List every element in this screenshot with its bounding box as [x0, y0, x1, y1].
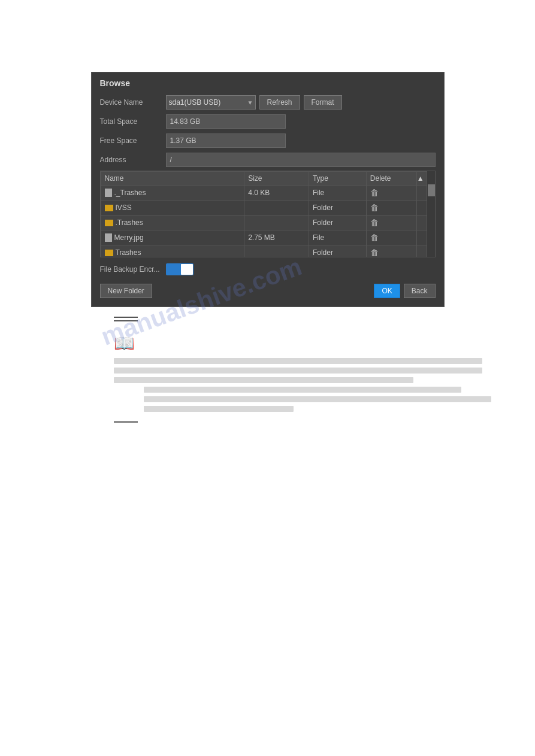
file-delete-cell[interactable]: 🗑	[366, 215, 416, 230]
toggle-thumb	[181, 264, 193, 275]
total-space-row: Total Space 14.83 GB	[100, 114, 436, 129]
file-type-cell: File	[309, 186, 366, 201]
deco-lines-top	[114, 317, 138, 321]
folder-icon	[105, 204, 116, 212]
file-delete-cell[interactable]: 🗑	[366, 201, 416, 215]
table-row[interactable]: ._Trashes4.0 KBFile🗑	[101, 186, 434, 201]
file-table-wrapper: Name Size Type Delete ▲ ._Trashes4.0 KBF…	[100, 171, 436, 257]
device-select-group: sda1(USB USB) ▼ Refresh Format	[166, 95, 342, 110]
deco-line-bottom	[114, 421, 138, 423]
file-size-cell	[244, 245, 309, 258]
file-icon	[105, 233, 114, 242]
col-delete-header: Delete	[366, 172, 416, 186]
table-row[interactable]: Merry.jpg2.75 MBFile🗑	[101, 230, 434, 245]
text-lines-section	[114, 358, 523, 383]
device-select-wrapper: sda1(USB USB) ▼	[166, 95, 256, 110]
book-section: 📖	[114, 333, 523, 353]
text-line-3	[114, 377, 413, 383]
dialog-title: Browse	[100, 78, 436, 88]
col-type-header: Type	[309, 172, 366, 186]
free-space-row: Free Space 1.37 GB	[100, 133, 436, 148]
text-line-1	[114, 358, 482, 364]
file-size-cell	[244, 201, 309, 215]
delete-icon[interactable]: 🗑	[370, 203, 379, 212]
encrypt-label: File Backup Encr...	[100, 265, 166, 274]
file-type-cell: Folder	[309, 215, 366, 230]
file-type-cell: Folder	[309, 201, 366, 215]
format-button[interactable]: Format	[304, 95, 342, 110]
folder-icon	[105, 248, 116, 257]
col-size-header: Size	[244, 172, 309, 186]
address-row: Address /	[100, 153, 436, 167]
delete-icon[interactable]: 🗑	[370, 233, 379, 242]
deco-line-2	[114, 320, 138, 321]
file-name-cell: IVSS	[101, 201, 244, 215]
delete-icon[interactable]: 🗑	[370, 188, 379, 198]
file-table: Name Size Type Delete ▲ ._Trashes4.0 KBF…	[101, 171, 435, 257]
delete-icon[interactable]: 🗑	[370, 218, 379, 227]
free-space-value: 1.37 GB	[166, 133, 286, 148]
file-name-cell: ._Trashes	[101, 186, 244, 201]
file-icon	[105, 189, 114, 197]
browse-dialog: Browse Device Name sda1(USB USB) ▼ Refre…	[91, 72, 445, 307]
file-size-cell	[244, 215, 309, 230]
device-name-label: Device Name	[100, 98, 166, 107]
delete-icon[interactable]: 🗑	[370, 248, 379, 257]
scrollbar-thumb	[428, 184, 435, 196]
refresh-button[interactable]: Refresh	[259, 95, 300, 110]
file-type-cell: Folder	[309, 245, 366, 258]
scrollbar[interactable]	[427, 171, 435, 257]
file-delete-cell[interactable]: 🗑	[366, 245, 416, 258]
address-value: /	[166, 153, 436, 167]
total-space-label: Total Space	[100, 117, 166, 126]
text-line-2	[114, 368, 482, 374]
book-icon: 📖	[114, 333, 523, 353]
device-name-row: Device Name sda1(USB USB) ▼ Refresh Form…	[100, 95, 436, 110]
device-select[interactable]: sda1(USB USB)	[166, 95, 256, 110]
deco-line-1	[114, 317, 138, 318]
table-row[interactable]: IVSSFolder🗑	[101, 201, 434, 215]
file-delete-cell[interactable]: 🗑	[366, 230, 416, 245]
indent-line-2	[144, 396, 491, 402]
file-type-cell: File	[309, 230, 366, 245]
text-lines-indented	[144, 387, 523, 412]
dialog-footer: New Folder OK Back	[100, 284, 436, 298]
indent-line-3	[144, 406, 294, 412]
file-name-cell: Merry.jpg	[101, 230, 244, 245]
encrypt-toggle[interactable]	[166, 263, 194, 275]
indent-line-1	[144, 387, 461, 393]
new-folder-button[interactable]: New Folder	[100, 284, 152, 298]
col-name-header: Name	[101, 172, 244, 186]
file-name-cell: .Trashes	[101, 215, 244, 230]
ok-button[interactable]: OK	[374, 284, 400, 298]
encryption-row: File Backup Encr...	[100, 263, 436, 275]
address-label: Address	[100, 156, 166, 164]
folder-icon	[105, 218, 116, 227]
file-name-cell: Trashes	[101, 245, 244, 258]
free-space-label: Free Space	[100, 136, 166, 145]
total-space-value: 14.83 GB	[166, 114, 286, 129]
back-button[interactable]: Back	[404, 284, 436, 298]
table-row[interactable]: .TrashesFolder🗑	[101, 215, 434, 230]
table-row[interactable]: TrashesFolder🗑	[101, 245, 434, 258]
file-size-cell: 2.75 MB	[244, 230, 309, 245]
file-size-cell: 4.0 KB	[244, 186, 309, 201]
file-delete-cell[interactable]: 🗑	[366, 186, 416, 201]
